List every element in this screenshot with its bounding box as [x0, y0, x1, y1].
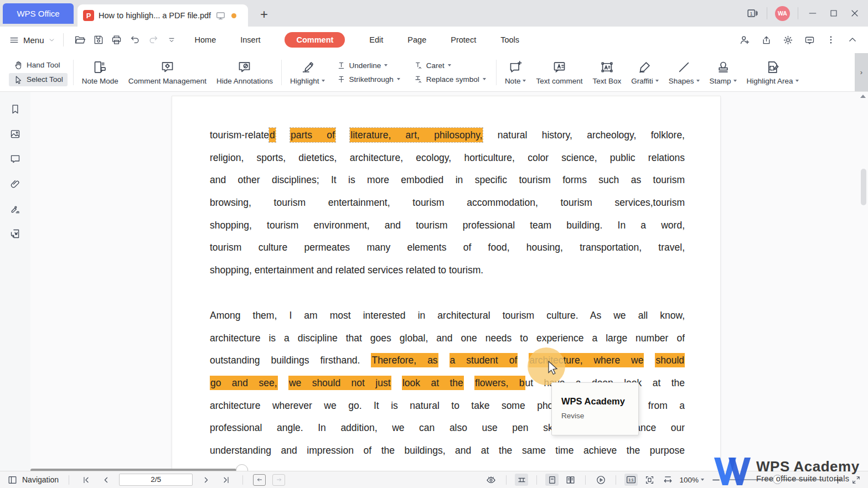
- share-export-icon[interactable]: [760, 33, 773, 46]
- text-box-button[interactable]: Text Box: [587, 55, 626, 90]
- tab-insert[interactable]: Insert: [240, 35, 260, 44]
- tab-tools[interactable]: Tools: [500, 35, 519, 44]
- view-forward-button[interactable]: [272, 474, 285, 486]
- share-user-button[interactable]: [738, 33, 751, 46]
- highlight-annotation[interactable]: Therefore, as: [371, 353, 438, 367]
- zoom-out-button[interactable]: [709, 474, 722, 486]
- highlight-annotation[interactable]: look at the: [402, 376, 464, 390]
- export-to-word-button[interactable]: [7, 225, 24, 242]
- ribbon-overflow-button[interactable]: ›: [855, 53, 868, 91]
- next-page-button[interactable]: [199, 473, 213, 486]
- maximize-button[interactable]: [827, 7, 840, 20]
- tab-edit[interactable]: Edit: [369, 35, 383, 44]
- menu-button[interactable]: Menu: [9, 35, 55, 45]
- single-page-view-button[interactable]: [545, 474, 559, 486]
- zoom-slider[interactable]: [730, 479, 824, 480]
- bookmarks-panel-button[interactable]: [7, 101, 24, 117]
- zoom-in-button[interactable]: [831, 474, 844, 486]
- undo-button[interactable]: [128, 33, 142, 46]
- highlight-annotation[interactable]: architecture, where we: [529, 353, 644, 367]
- fullscreen-button[interactable]: [849, 474, 862, 486]
- text-comment-button[interactable]: Text comment: [531, 55, 587, 90]
- scroll-up-arrow[interactable]: [860, 95, 866, 98]
- window-count-icon[interactable]: 1: [746, 7, 759, 20]
- thumbnails-panel-button[interactable]: [7, 126, 24, 142]
- highlight-annotation[interactable]: flowers, b: [474, 376, 525, 390]
- caret-button[interactable]: Caret: [409, 59, 490, 72]
- underline-icon: [337, 61, 346, 70]
- replace-symbol-label: Replace symbol: [426, 75, 479, 84]
- comment-management-button[interactable]: Comment Management: [123, 55, 211, 90]
- note-mode-button[interactable]: Note Mode: [77, 55, 123, 90]
- avatar[interactable]: WA: [775, 6, 790, 21]
- zoom-percent-dropdown[interactable]: 100%: [679, 476, 704, 484]
- highlight-annotation[interactable]: go and see,: [210, 376, 278, 390]
- redo-button[interactable]: [147, 33, 160, 46]
- more-kebab-icon[interactable]: [824, 33, 838, 46]
- fit-page-button[interactable]: [643, 474, 656, 486]
- underline-button[interactable]: Underline: [332, 59, 405, 72]
- navigation-panel-icon: [7, 475, 18, 485]
- fit-width-button[interactable]: [661, 474, 674, 486]
- save-button[interactable]: [92, 33, 105, 46]
- select-tool-button[interactable]: Select Tool: [9, 73, 68, 86]
- print-button[interactable]: [110, 33, 123, 46]
- tab-home[interactable]: Home: [195, 35, 216, 44]
- tab-comment-active[interactable]: Comment: [285, 32, 345, 48]
- dropdown-caret-icon: [448, 64, 451, 66]
- customize-toolbar-button[interactable]: [165, 33, 178, 46]
- comment-ribbon: Hand Tool Select Tool Note Mode Comment …: [0, 53, 868, 92]
- stamp-button[interactable]: Stamp: [705, 55, 742, 90]
- attachments-panel-button[interactable]: [7, 175, 24, 192]
- feedback-chat-icon[interactable]: [803, 33, 816, 46]
- autoplay-button[interactable]: [594, 474, 607, 486]
- highlight-annotation[interactable]: a student of: [450, 353, 518, 367]
- page-indicator-input[interactable]: 2/5: [119, 474, 193, 486]
- two-page-icon: [565, 475, 576, 485]
- note-button[interactable]: Note: [500, 55, 531, 90]
- highlight-annotation[interactable]: we should not just: [288, 376, 391, 390]
- replace-symbol-button[interactable]: Replace symbol: [409, 73, 490, 86]
- strikethrough-button[interactable]: Strikethrough: [332, 73, 405, 86]
- hide-annotations-button[interactable]: Hide Annotations: [211, 55, 278, 90]
- actual-size-button[interactable]: 1:1: [624, 474, 638, 486]
- tab-protect[interactable]: Protect: [451, 35, 476, 44]
- paperclip-icon: [9, 178, 21, 190]
- view-back-button[interactable]: [253, 474, 266, 486]
- divider: [798, 7, 798, 19]
- close-button[interactable]: [848, 7, 861, 20]
- highlight-annotation[interactable]: d: [269, 128, 276, 142]
- navigation-toggle-button[interactable]: [6, 473, 19, 486]
- highlight-annotation[interactable]: should: [655, 353, 685, 367]
- graffiti-button[interactable]: Graffiti: [626, 55, 664, 90]
- text-run: [391, 377, 402, 388]
- signature-panel-button[interactable]: [7, 200, 24, 217]
- collapse-ribbon-icon[interactable]: [846, 33, 859, 46]
- new-tab-button[interactable]: +: [260, 7, 268, 22]
- shapes-button[interactable]: Shapes: [664, 55, 705, 90]
- zoom-slider-knob[interactable]: [773, 475, 782, 484]
- highlight-annotation[interactable]: parts of: [290, 128, 335, 142]
- highlight-annotation[interactable]: literature, art, philosophy,: [350, 128, 483, 142]
- minimize-button[interactable]: [806, 7, 819, 20]
- dropdown-caret-icon: [322, 80, 325, 82]
- open-file-button[interactable]: [74, 33, 87, 46]
- document-tab[interactable]: P How to highligh... a PDF file.pdf: [78, 4, 248, 27]
- vertical-scrollbar-thumb[interactable]: [861, 169, 866, 205]
- horizontal-scrollbar[interactable]: [30, 465, 263, 471]
- hand-tool-button[interactable]: Hand Tool: [9, 59, 68, 72]
- tab-page[interactable]: Page: [407, 35, 426, 44]
- first-page-button[interactable]: [79, 473, 92, 486]
- highlight-area-button[interactable]: Highlight Area: [742, 55, 804, 90]
- wps-office-button[interactable]: WPS Office: [3, 3, 74, 24]
- hide-annotations-icon: [237, 60, 252, 75]
- read-mode-button[interactable]: [484, 474, 498, 486]
- comments-panel-button[interactable]: [7, 150, 24, 167]
- scrollbar-knob[interactable]: [236, 464, 248, 471]
- two-page-view-button[interactable]: [564, 474, 577, 486]
- settings-gear-icon[interactable]: [781, 33, 794, 46]
- last-page-button[interactable]: [219, 473, 232, 486]
- previous-page-button[interactable]: [99, 473, 112, 486]
- continuous-scroll-button[interactable]: [515, 474, 528, 486]
- highlight-button[interactable]: Highlight: [285, 55, 330, 90]
